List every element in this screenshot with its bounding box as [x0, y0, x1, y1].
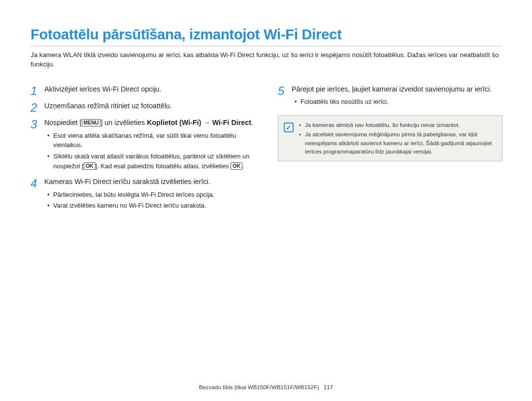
- text-frag: .: [242, 162, 244, 170]
- page-title: Fotoattēlu pārsūtīšana, izmantojot Wi-Fi…: [31, 27, 502, 43]
- list-item: Sīktēlu skatā varat atlasīt vairākus fot…: [44, 152, 255, 171]
- step-text: Kameras Wi-Fi Direct ierīču sarakstā izv…: [44, 177, 255, 187]
- list-item: Esot viena attēla skatīšanas režīmā, var…: [44, 131, 255, 151]
- menu-key-icon: MENU: [82, 119, 101, 126]
- right-column: 5 Pārejot pie ierīces, ļaujiet kamerai i…: [278, 84, 502, 215]
- list-item: Ja kameras atmiņā nav fotoattēlu, šo fun…: [299, 121, 497, 129]
- step-text: Nospiediet [MENU] un izvēlieties Kopliet…: [44, 118, 255, 128]
- note-list: Ja kameras atmiņā nav fotoattēlu, šo fun…: [299, 121, 497, 156]
- sub-list: Fotoattēls tiks nosūtīts uz ierīci.: [292, 97, 502, 107]
- text-bold: Koplietot (Wi-Fi): [147, 119, 201, 126]
- text-frag: .: [251, 119, 253, 126]
- list-item: Fotoattēls tiks nosūtīts uz ierīci.: [292, 97, 502, 107]
- intro-text: Ja kamera WLAN tīklā izveido savienojumu…: [31, 50, 502, 69]
- divider: [31, 46, 502, 46]
- ok-key-icon: OK: [231, 162, 242, 170]
- step-text: Aktivizējiet ierīces Wi-Fi Direct opciju…: [44, 84, 255, 94]
- step-4: 4 Kameras Wi-Fi Direct ierīču sarakstā i…: [31, 177, 255, 212]
- note-box: ✓ Ja kameras atmiņā nav fotoattēlu, šo f…: [278, 115, 502, 161]
- step-5: 5 Pārejot pie ierīces, ļaujiet kamerai i…: [278, 84, 502, 109]
- step-number: 5: [278, 84, 292, 109]
- footer-text: Bezvadu tīkls (tikai WB150F/WB151F/WB152…: [199, 384, 319, 390]
- left-column: 1 Aktivizējiet ierīces Wi-Fi Direct opci…: [31, 84, 255, 215]
- arrow-icon: →: [201, 119, 212, 126]
- note-icon: ✓: [278, 121, 299, 156]
- text-frag: ]. Kad esat pabeidzis fotoattēlu atlasi,…: [96, 162, 231, 170]
- list-item: Ja atcelsiet savienojuma mēģinājumu pirm…: [299, 130, 497, 155]
- step-1: 1 Aktivizējiet ierīces Wi-Fi Direct opci…: [31, 84, 255, 97]
- step-text: Pārejot pie ierīces, ļaujiet kamerai izv…: [292, 84, 502, 94]
- list-item: Pārliecinieties, lai būtu ieslēgta Wi-Fi…: [44, 190, 255, 200]
- sub-list: Pārliecinieties, lai būtu ieslēgta Wi-Fi…: [44, 190, 255, 211]
- text-frag: ] un izvēlieties: [100, 119, 147, 126]
- step-number: 4: [31, 177, 44, 212]
- step-number: 2: [31, 101, 44, 114]
- step-number: 1: [31, 84, 44, 97]
- step-3: 3 Nospiediet [MENU] un izvēlieties Kopli…: [31, 118, 255, 173]
- step-2: 2 Uzņemšanas režīmā ritiniet uz fotoattē…: [31, 101, 255, 114]
- ok-key-icon: OK: [84, 162, 96, 170]
- sub-list: Esot viena attēla skatīšanas režīmā, var…: [44, 131, 255, 171]
- columns: 1 Aktivizējiet ierīces Wi-Fi Direct opci…: [31, 84, 502, 215]
- text-frag: Nospiediet [: [44, 119, 82, 126]
- page-footer: Bezvadu tīkls (tikai WB150F/WB151F/WB152…: [0, 384, 532, 390]
- list-item: Varat izvēlēties kameru no Wi-Fi Direct …: [44, 201, 255, 211]
- step-number: 3: [31, 118, 44, 173]
- page-number: 117: [324, 384, 333, 390]
- text-bold: Wi-Fi Direct: [212, 119, 251, 126]
- step-text: Uzņemšanas režīmā ritiniet uz fotoattēlu…: [44, 101, 255, 111]
